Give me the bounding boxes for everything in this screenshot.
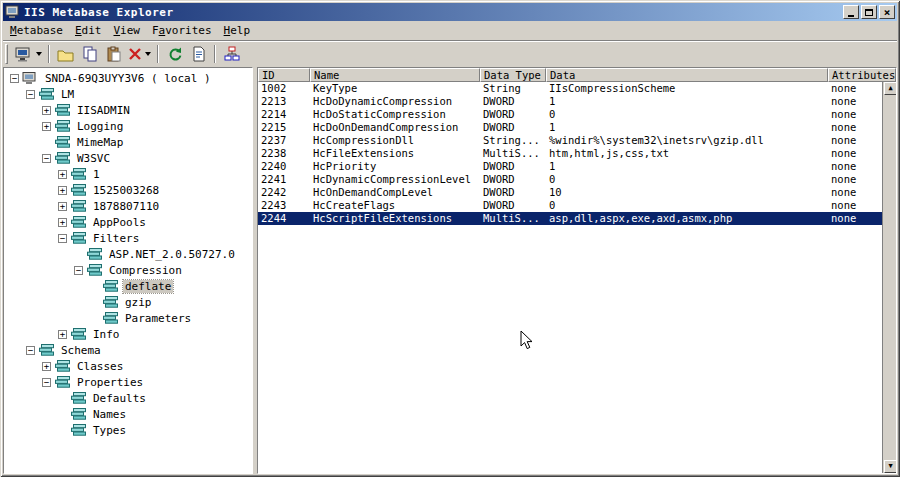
tree-label[interactable]: IISADMIN [75,104,132,117]
copy-button[interactable] [78,43,101,65]
tree-label[interactable]: SNDA-69Q3UYY3V6 ( local ) [43,72,213,85]
tree-label[interactable]: gzip [123,296,154,309]
minimize-button[interactable] [843,5,859,19]
tree-label[interactable]: LM [59,88,76,101]
dropdown-arrow-icon[interactable] [36,52,42,56]
tree-label[interactable]: Filters [91,232,141,245]
menu-view[interactable]: View [107,22,146,39]
tree-label[interactable]: Classes [75,360,125,373]
expand-toggle-icon[interactable]: + [58,186,67,195]
connect-button[interactable] [13,43,44,65]
column-header-data[interactable]: Data [546,68,828,82]
table-row-2243[interactable]: 2243HcCreateFlagsDWORD0none [258,199,882,212]
scroll-up-button[interactable]: ▲ [884,82,896,95]
tree-item-properties[interactable]: −Properties [6,374,252,390]
expand-toggle-icon[interactable]: + [58,218,67,227]
tree-item-classes[interactable]: +Classes [6,358,252,374]
tree-item-logging[interactable]: +Logging [6,118,252,134]
vertical-scrollbar[interactable]: ▲ ▼ [882,82,896,473]
table-row-2244[interactable]: 2244HcScriptFileExtensionsMultiS...asp,d… [258,212,882,225]
tree-item-compression[interactable]: −Compression [6,262,252,278]
tree-item-snda-69q3uyy3v6-local[interactable]: −SNDA-69Q3UYY3V6 ( local ) [6,70,252,86]
tree-label[interactable]: 1525003268 [91,184,161,197]
tree-item-apppools[interactable]: +AppPools [6,214,252,230]
tree-label[interactable]: 1 [91,168,102,181]
tree-label[interactable]: MimeMap [75,136,125,149]
tree-label[interactable]: Parameters [123,312,193,325]
tree-label[interactable]: ASP.NET_2.0.50727.0 [107,248,237,261]
tree-label[interactable]: deflate [123,280,173,293]
column-header-attributes[interactable]: Attributes [828,68,896,82]
collapse-toggle-icon[interactable]: − [58,234,67,243]
column-header-id[interactable]: ID [258,68,310,82]
tree-label[interactable]: W3SVC [75,152,112,165]
tree-label[interactable]: Compression [107,264,184,277]
tree-label[interactable]: AppPools [91,216,148,229]
menu-favorites[interactable]: Favorites [146,22,218,39]
tree-item-deflate[interactable]: deflate [6,278,252,294]
column-header-name[interactable]: Name [310,68,480,82]
table-row-1002[interactable]: 1002KeyTypeStringIIsCompressionSchemenon… [258,82,882,95]
scroll-down-button[interactable]: ▼ [884,460,896,473]
tree-label[interactable]: Info [91,328,122,341]
maximize-button[interactable] [861,5,877,19]
collapse-toggle-icon[interactable]: − [74,266,83,275]
tree-item-defaults[interactable]: Defaults [6,390,252,406]
collapse-toggle-icon[interactable]: − [42,378,51,387]
tree-label[interactable]: Types [91,424,128,437]
paste-button[interactable] [102,43,125,65]
tree-item-1878807110[interactable]: +1878807110 [6,198,252,214]
column-header-data-type[interactable]: Data Type [480,68,546,82]
menu-metabase[interactable]: Metabase [4,22,69,39]
menu-help[interactable]: Help [218,22,257,39]
expand-toggle-icon[interactable]: + [58,170,67,179]
hierarchy-button[interactable] [220,43,243,65]
tree-item-lm[interactable]: −LM [6,86,252,102]
tree-item-mimemap[interactable]: MimeMap [6,134,252,150]
tree-label[interactable]: Properties [75,376,145,389]
expand-toggle-icon[interactable]: + [42,362,51,371]
tree-item-filters[interactable]: −Filters [6,230,252,246]
tree-item-w3svc[interactable]: −W3SVC [6,150,252,166]
delete-button[interactable] [126,43,153,65]
table-row-2237[interactable]: 2237HcCompressionDllString...%windir%\sy… [258,134,882,147]
tree-item-info[interactable]: +Info [6,326,252,342]
tree-label[interactable]: Schema [59,344,103,357]
expand-toggle-icon[interactable]: + [42,122,51,131]
table-row-2214[interactable]: 2214HcDoStaticCompressionDWORD0none [258,108,882,121]
toolbar-grip[interactable] [5,44,8,64]
table-row-2213[interactable]: 2213HcDoDynamicCompressionDWORD1none [258,95,882,108]
collapse-toggle-icon[interactable]: − [10,74,19,83]
tree-item-gzip[interactable]: gzip [6,294,252,310]
tree-item-types[interactable]: Types [6,422,252,438]
tree-label[interactable]: Logging [75,120,125,133]
tree-item-names[interactable]: Names [6,406,252,422]
collapse-toggle-icon[interactable]: − [26,346,35,355]
collapse-toggle-icon[interactable]: − [42,154,51,163]
tree-item-schema[interactable]: −Schema [6,342,252,358]
refresh-button[interactable] [163,43,186,65]
table-row-2238[interactable]: 2238HcFileExtensionsMultiS...htm,html,js… [258,147,882,160]
table-row-2240[interactable]: 2240HcPriorityDWORD1none [258,160,882,173]
new-key-button[interactable] [54,43,77,65]
tree-label[interactable]: Defaults [91,392,148,405]
title-bar[interactable]: IIS Metabase Explorer × [3,3,897,21]
table-row-2215[interactable]: 2215HcDoOnDemandCompressionDWORD1none [258,121,882,134]
expand-toggle-icon[interactable]: + [58,202,67,211]
table-row-2242[interactable]: 2242HcOnDemandCompLevelDWORD10none [258,186,882,199]
tree-label[interactable]: 1878807110 [91,200,161,213]
record-button[interactable] [187,43,210,65]
tree-item-asp-net-2-0-50727-0[interactable]: ASP.NET_2.0.50727.0 [6,246,252,262]
tree-label[interactable]: Names [91,408,128,421]
expand-toggle-icon[interactable]: + [58,330,67,339]
tree-item-1525003268[interactable]: +1525003268 [6,182,252,198]
tree-item-iisadmin[interactable]: +IISADMIN [6,102,252,118]
dropdown-arrow-icon[interactable] [145,52,151,56]
tree-item-1[interactable]: +1 [6,166,252,182]
list-body[interactable]: 1002KeyTypeStringIIsCompressionSchemenon… [258,82,882,473]
expand-toggle-icon[interactable]: + [42,106,51,115]
table-row-2241[interactable]: 2241HcDynamicCompressionLevelDWORD0none [258,173,882,186]
menu-edit[interactable]: Edit [69,22,108,39]
tree-item-parameters[interactable]: Parameters [6,310,252,326]
close-button[interactable]: × [879,5,895,19]
